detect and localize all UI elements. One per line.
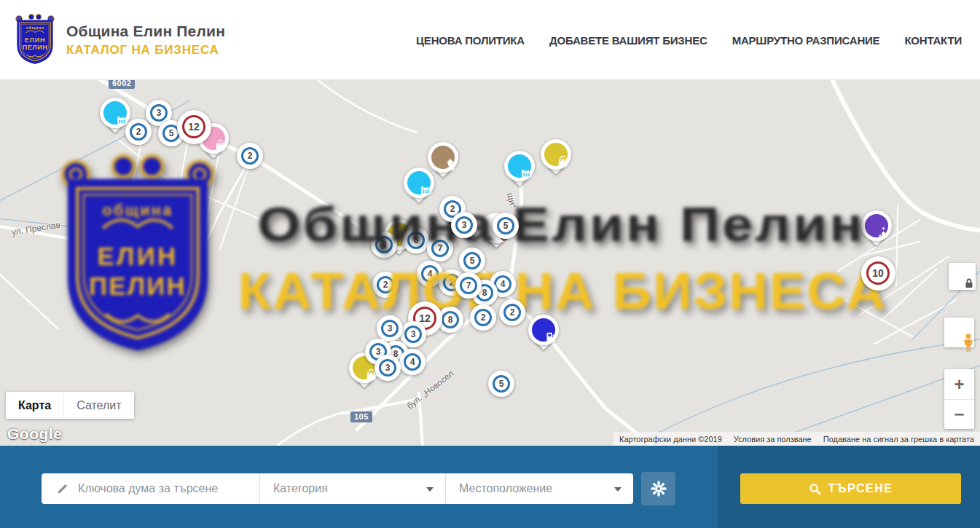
cluster-ring: 2	[474, 309, 492, 326]
pegman-streetview-control[interactable]	[944, 318, 974, 347]
pin-head	[528, 315, 559, 345]
factory-marker[interactable]	[404, 168, 434, 198]
pin-circle	[544, 143, 568, 166]
cluster-marker[interactable]: 10	[861, 256, 895, 291]
shopping-bag-marker[interactable]	[541, 139, 571, 170]
marker-layer-above: 235 122 23554872281233 83435 10	[0, 80, 980, 446]
cluster-ring: 2	[503, 304, 521, 321]
cluster-count: 3	[385, 363, 391, 373]
location-select[interactable]: Местоположение	[446, 473, 633, 504]
pin-circle	[508, 154, 531, 178]
pin-head	[404, 168, 434, 198]
map-canvas[interactable]: 6002105ул. Преславбул. „Новоселщи“ 46742…	[0, 80, 980, 446]
factory-marker[interactable]	[100, 98, 130, 128]
cluster-marker[interactable]: 5	[493, 213, 519, 239]
cluster-count: 3	[462, 220, 467, 230]
map-attribution: Картографски данни ©2019 Условия за полз…	[614, 432, 980, 446]
cluster-count: 5	[503, 221, 509, 231]
cluster-ring: 2	[130, 123, 147, 141]
cluster-count: 2	[450, 204, 455, 214]
cluster-marker[interactable]: 3	[375, 355, 401, 381]
cluster-ring: 5	[493, 375, 510, 393]
attribution-copyright: Картографски данни ©2019	[619, 435, 722, 444]
pin-circle	[532, 318, 555, 342]
cluster-count: 7	[466, 280, 471, 291]
cluster-count: 8	[448, 315, 453, 325]
category-select-label: Категория	[273, 482, 328, 495]
site-logo[interactable]: община ЕЛИН ПЕЛИН Община Елин Пелин КАТА…	[15, 13, 225, 66]
cluster-ring: 3	[381, 320, 399, 337]
cluster-ring: 3	[455, 216, 473, 234]
report-error-link[interactable]: Подаване на сигнал за грешка в картата	[823, 435, 974, 444]
category-select[interactable]: Категория	[260, 473, 446, 504]
municipality-crest-icon: община ЕЛИН ПЕЛИН	[15, 13, 55, 66]
cluster-ring: 2	[241, 147, 259, 165]
map-type-satellite-button[interactable]: Сателит	[63, 392, 133, 419]
zoom-out-button[interactable]: −	[944, 399, 974, 429]
cluster-count: 3	[376, 347, 381, 357]
cluster-count: 5	[169, 128, 174, 138]
cluster-count: 12	[419, 312, 431, 324]
cluster-marker[interactable]: 7	[455, 272, 482, 299]
cluster-ring: 5	[497, 217, 514, 235]
google-logo[interactable]: Google	[7, 425, 62, 443]
keyword-search-input[interactable]	[78, 482, 249, 495]
svg-text:община: община	[26, 26, 44, 31]
cluster-marker[interactable]: 3	[451, 212, 477, 238]
pin-head	[541, 139, 571, 170]
search-fields: Категория Местоположение	[42, 473, 633, 504]
pin-circle	[431, 146, 455, 169]
location-select-label: Местоположение	[459, 482, 552, 495]
cluster-count: 10	[872, 267, 884, 279]
nav-pricing[interactable]: ЦЕНОВА ПОЛИТИКА	[416, 34, 525, 47]
search-icon	[809, 483, 821, 495]
cluster-marker[interactable]: 5	[459, 248, 485, 274]
cluster-ring: 5	[463, 252, 481, 269]
cluster-count: 12	[188, 121, 200, 133]
cluster-count: 2	[481, 312, 486, 323]
factory-marker[interactable]	[504, 151, 535, 181]
search-submit-button[interactable]: ТЪРСЕНЕ	[740, 473, 961, 504]
cluster-marker[interactable]: 12	[177, 110, 211, 144]
pin-circle	[407, 171, 431, 194]
pencil-icon	[56, 483, 68, 495]
zoom-in-button[interactable]: +	[944, 369, 974, 399]
nav-add-business[interactable]: ДОБАВЕТЕ ВАШИЯТ БИЗНЕС	[549, 34, 707, 47]
cluster-marker[interactable]: 2	[499, 299, 525, 326]
cluster-ring: 3	[379, 359, 396, 377]
nav-contacts[interactable]: КОНТАКТИ	[904, 34, 962, 47]
fuel-pump-marker[interactable]	[528, 315, 559, 345]
cluster-ring: 7	[460, 277, 477, 294]
search-button-label: ТЪРСЕНЕ	[828, 482, 893, 495]
main-nav: ЦЕНОВА ПОЛИТИКА ДОБАВЕТЕ ВАШИЯТ БИЗНЕС М…	[416, 0, 962, 80]
gear-icon	[650, 480, 667, 497]
cluster-marker[interactable]: 5	[488, 371, 514, 397]
chevron-down-icon	[426, 487, 434, 492]
cluster-count: 5	[499, 379, 504, 389]
nav-bus-schedule[interactable]: МАРШРУТНО РАЗПИСАНИЕ	[732, 34, 880, 47]
cluster-ring: 4	[404, 353, 421, 371]
cluster-marker[interactable]: 4	[399, 349, 426, 375]
keyword-field[interactable]	[42, 473, 260, 504]
cluster-marker[interactable]: 3	[377, 315, 403, 342]
map-type-control: Карта Сателит	[6, 392, 134, 419]
lock-button[interactable]	[949, 263, 976, 290]
cluster-marker[interactable]: 2	[470, 304, 496, 331]
zoom-control: + −	[944, 369, 974, 429]
cluster-marker[interactable]: 2	[237, 143, 263, 169]
cluster-ring: 10	[866, 261, 890, 285]
terms-link[interactable]: Условия за ползване	[734, 435, 812, 444]
cluster-count: 2	[248, 151, 253, 161]
cluster-marker[interactable]: 2	[125, 119, 152, 145]
pin-head	[100, 98, 130, 128]
cluster-count: 3	[157, 108, 162, 118]
cluster-ring: 3	[404, 326, 422, 343]
map-type-map-button[interactable]: Карта	[6, 392, 63, 419]
cluster-count: 8	[482, 288, 487, 298]
cluster-count: 3	[388, 323, 393, 334]
advanced-search-button[interactable]	[641, 472, 675, 505]
chevron-down-icon	[614, 487, 622, 492]
svg-text:ПЕЛИН: ПЕЛИН	[23, 44, 47, 52]
cluster-count: 2	[510, 307, 515, 318]
header: община ЕЛИН ПЕЛИН Община Елин Пелин КАТА…	[0, 0, 980, 80]
